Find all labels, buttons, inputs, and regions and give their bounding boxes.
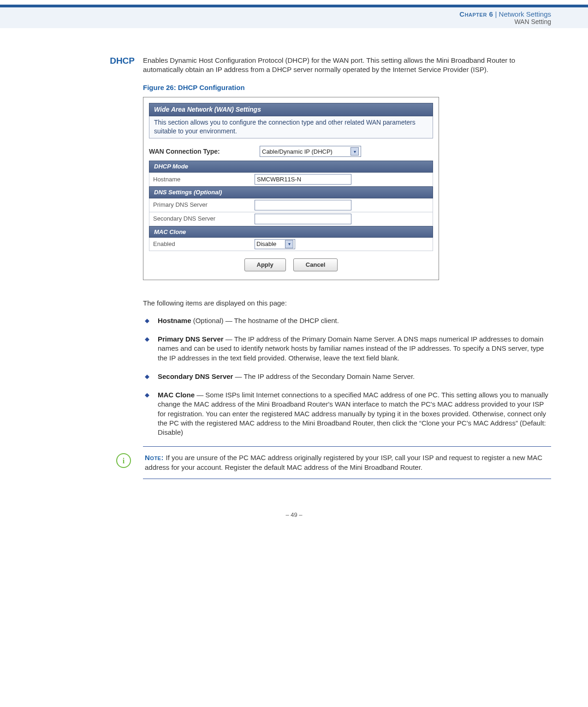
note-label: Note: bbox=[145, 454, 166, 461]
hostname-input[interactable]: SMCWBR11S-N bbox=[255, 174, 351, 185]
mac-enabled-value: Disable bbox=[256, 240, 276, 248]
hostname-label: Hostname bbox=[153, 175, 255, 184]
section-mac-clone: MAC Clone bbox=[149, 226, 433, 238]
page-header: Chapter 6 | Network Settings WAN Setting bbox=[0, 7, 588, 28]
figure-caption: Figure 26: DHCP Configuration bbox=[143, 83, 551, 92]
items-intro: The following items are displayed on thi… bbox=[143, 299, 551, 308]
intro-para: Enables Dynamic Host Configuration Proto… bbox=[143, 56, 551, 75]
mac-enabled-label: Enabled bbox=[153, 240, 255, 248]
header-subtitle: WAN Setting bbox=[0, 18, 551, 25]
wan-settings-desc: This section allows you to configure the… bbox=[149, 116, 433, 139]
chevron-down-icon: ▾ bbox=[285, 240, 293, 248]
item-term: MAC Clone bbox=[158, 391, 195, 399]
item-term: Hostname bbox=[158, 317, 191, 324]
secondary-dns-label: Secondary DNS Server bbox=[153, 215, 255, 223]
list-item: Primary DNS Server — The IP address of t… bbox=[143, 335, 551, 363]
item-text: — The IP address of the Secondary Domain… bbox=[233, 372, 415, 380]
header-sep: | bbox=[493, 10, 499, 18]
note-text: If you are unsure of the PC MAC address … bbox=[145, 454, 542, 471]
margin-heading-dhcp: DHCP bbox=[37, 56, 135, 66]
chapter-label: Chapter 6 bbox=[459, 10, 493, 18]
item-term: Primary DNS Server bbox=[158, 335, 224, 343]
note-block: i Note: If you are unsure of the PC MAC … bbox=[143, 446, 551, 479]
list-item: MAC Clone — Some ISPs limit Internet con… bbox=[143, 390, 551, 437]
conn-type-value: Cable/Dynamic IP (DHCP) bbox=[262, 148, 333, 156]
page-footer: – 49 – bbox=[0, 511, 588, 518]
list-item: Secondary DNS Server — The IP address of… bbox=[143, 372, 551, 381]
items-list: Hostname (Optional) — The hostname of th… bbox=[143, 316, 551, 437]
apply-button[interactable]: Apply bbox=[244, 258, 286, 271]
cancel-button[interactable]: Cancel bbox=[293, 258, 338, 271]
primary-dns-input[interactable] bbox=[255, 200, 351, 210]
chapter-title: Network Settings bbox=[499, 10, 551, 18]
item-text: (Optional) — The hostname of the DHCP cl… bbox=[191, 317, 339, 324]
secondary-dns-input[interactable] bbox=[255, 214, 351, 224]
item-term: Secondary DNS Server bbox=[158, 372, 233, 380]
conn-type-select[interactable]: Cable/Dynamic IP (DHCP) ▾ bbox=[260, 146, 361, 157]
chevron-down-icon: ▾ bbox=[350, 147, 359, 156]
conn-type-label: WAN Connection Type: bbox=[149, 147, 260, 156]
section-dns: DNS Settings (Optional) bbox=[149, 186, 433, 198]
wan-settings-header: Wide Area Network (WAN) Settings bbox=[149, 103, 433, 116]
primary-dns-label: Primary DNS Server bbox=[153, 201, 255, 209]
section-dhcp-mode: DHCP Mode bbox=[149, 161, 433, 173]
config-screenshot: Wide Area Network (WAN) Settings This se… bbox=[143, 97, 439, 280]
mac-enabled-select[interactable]: Disable ▾ bbox=[255, 239, 295, 249]
list-item: Hostname (Optional) — The hostname of th… bbox=[143, 316, 551, 325]
item-text: — Some ISPs limit Internet connections t… bbox=[158, 391, 548, 436]
